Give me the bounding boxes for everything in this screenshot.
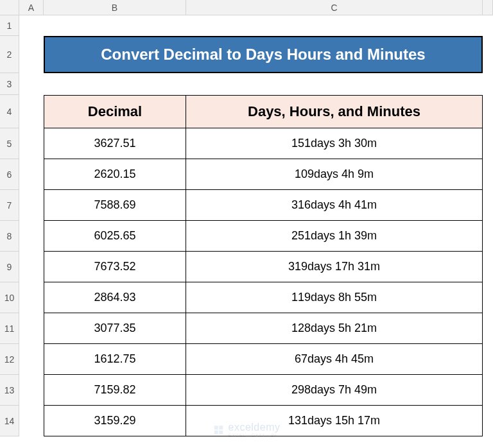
select-all-cell[interactable]	[0, 0, 19, 15]
cell-A13[interactable]	[19, 375, 44, 406]
cell-dhm[interactable]: 119days 8h 55m	[186, 282, 483, 313]
row-header-8[interactable]: 8	[0, 221, 19, 252]
cell-dhm[interactable]: 131days 15h 17m	[186, 406, 483, 436]
cell-C3[interactable]	[186, 73, 483, 95]
cell-D1[interactable]	[483, 15, 493, 36]
cell-decimal[interactable]: 7673.52	[44, 252, 186, 282]
cell-D9[interactable]	[483, 252, 493, 282]
row-header-1[interactable]: 1	[0, 15, 19, 36]
cell-decimal[interactable]: 7588.69	[44, 190, 186, 221]
cell-D7[interactable]	[483, 190, 493, 221]
cell-dhm[interactable]: 319days 17h 31m	[186, 252, 483, 282]
row-header-12[interactable]: 12	[0, 344, 19, 375]
cell-A2[interactable]	[19, 36, 44, 73]
row-header-4[interactable]: 4	[0, 95, 19, 128]
grid: A B C 1 2 Convert Decimal to Days Hours …	[0, 0, 493, 436]
cell-A6[interactable]	[19, 159, 44, 190]
cell-D8[interactable]	[483, 221, 493, 252]
row-header-11[interactable]: 11	[0, 313, 19, 344]
cell-decimal[interactable]: 2620.15	[44, 159, 186, 190]
cell-A3[interactable]	[19, 73, 44, 95]
cell-A11[interactable]	[19, 313, 44, 344]
cell-A1[interactable]	[19, 15, 44, 36]
cell-D13[interactable]	[483, 375, 493, 406]
header-decimal[interactable]: Decimal	[44, 95, 186, 128]
cell-dhm[interactable]: 109days 4h 9m	[186, 159, 483, 190]
row-header-14[interactable]: 14	[0, 406, 19, 436]
cell-B3[interactable]	[44, 73, 186, 95]
col-header-next[interactable]	[483, 0, 493, 15]
col-header-A[interactable]: A	[19, 0, 44, 15]
cell-D6[interactable]	[483, 159, 493, 190]
cell-D12[interactable]	[483, 344, 493, 375]
cell-decimal[interactable]: 2864.93	[44, 282, 186, 313]
cell-dhm[interactable]: 251days 1h 39m	[186, 221, 483, 252]
cell-A9[interactable]	[19, 252, 44, 282]
cell-dhm[interactable]: 128days 5h 21m	[186, 313, 483, 344]
row-header-13[interactable]: 13	[0, 375, 19, 406]
cell-A4[interactable]	[19, 95, 44, 128]
cell-D3[interactable]	[483, 73, 493, 95]
row-header-9[interactable]: 9	[0, 252, 19, 282]
cell-D2[interactable]	[483, 36, 493, 73]
cell-D14[interactable]	[483, 406, 493, 436]
cell-D4[interactable]	[483, 95, 493, 128]
cell-D10[interactable]	[483, 282, 493, 313]
cell-decimal[interactable]: 3077.35	[44, 313, 186, 344]
cell-A10[interactable]	[19, 282, 44, 313]
cell-A14[interactable]	[19, 406, 44, 436]
cell-A7[interactable]	[19, 190, 44, 221]
cell-dhm[interactable]: 67days 4h 45m	[186, 344, 483, 375]
cell-A5[interactable]	[19, 128, 44, 159]
cell-A12[interactable]	[19, 344, 44, 375]
cell-dhm[interactable]: 151days 3h 30m	[186, 128, 483, 159]
cell-C1[interactable]	[186, 15, 483, 36]
cell-decimal[interactable]: 3159.29	[44, 406, 186, 436]
row-header-7[interactable]: 7	[0, 190, 19, 221]
header-dhm[interactable]: Days, Hours, and Minutes	[186, 95, 483, 128]
row-header-6[interactable]: 6	[0, 159, 19, 190]
spreadsheet: A B C 1 2 Convert Decimal to Days Hours …	[0, 0, 493, 436]
row-header-5[interactable]: 5	[0, 128, 19, 159]
col-header-B[interactable]: B	[44, 0, 186, 15]
title-cell[interactable]: Convert Decimal to Days Hours and Minute…	[44, 36, 483, 73]
cell-decimal[interactable]: 6025.65	[44, 221, 186, 252]
cell-D11[interactable]	[483, 313, 493, 344]
row-header-3[interactable]: 3	[0, 73, 19, 95]
cell-B1[interactable]	[44, 15, 186, 36]
cell-decimal[interactable]: 1612.75	[44, 344, 186, 375]
cell-dhm[interactable]: 298days 7h 49m	[186, 375, 483, 406]
cell-A8[interactable]	[19, 221, 44, 252]
cell-decimal[interactable]: 7159.82	[44, 375, 186, 406]
col-header-C[interactable]: C	[186, 0, 483, 15]
cell-D5[interactable]	[483, 128, 493, 159]
row-header-10[interactable]: 10	[0, 282, 19, 313]
row-header-2[interactable]: 2	[0, 36, 19, 73]
cell-dhm[interactable]: 316days 4h 41m	[186, 190, 483, 221]
cell-decimal[interactable]: 3627.51	[44, 128, 186, 159]
